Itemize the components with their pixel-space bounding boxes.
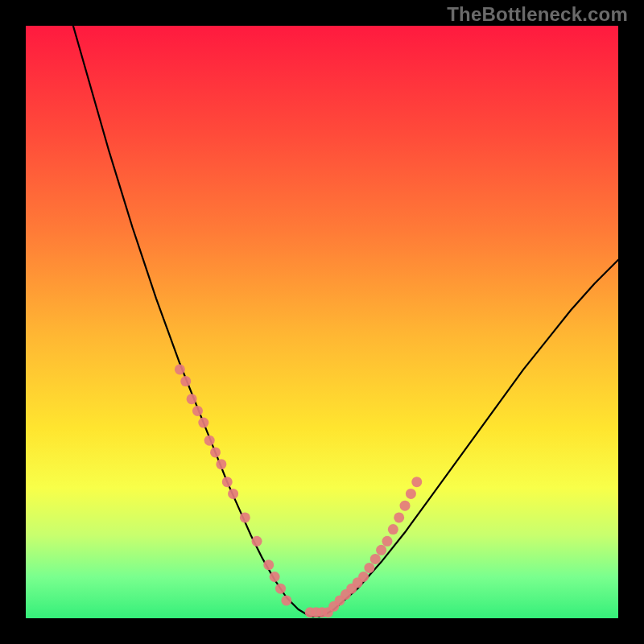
- svg-point-15: [281, 595, 291, 605]
- svg-point-1: [180, 376, 191, 386]
- curve-main: [73, 26, 618, 617]
- svg-point-34: [411, 477, 422, 487]
- svg-point-33: [406, 489, 416, 499]
- svg-point-3: [192, 406, 203, 416]
- svg-point-31: [394, 512, 404, 522]
- svg-point-29: [382, 536, 392, 547]
- svg-point-9: [228, 489, 238, 499]
- svg-point-10: [240, 512, 250, 522]
- chart-svg: [26, 26, 618, 618]
- svg-point-12: [263, 559, 274, 570]
- svg-point-27: [370, 554, 381, 564]
- svg-point-5: [204, 436, 215, 446]
- svg-point-32: [400, 501, 411, 511]
- dots-right: [305, 536, 393, 617]
- svg-point-4: [198, 418, 208, 428]
- svg-point-13: [270, 572, 280, 582]
- dots-right-upper: [388, 477, 422, 535]
- svg-point-11: [252, 536, 262, 547]
- plot-area: [26, 26, 618, 618]
- svg-point-25: [358, 572, 369, 582]
- svg-point-7: [216, 459, 226, 469]
- svg-point-28: [376, 545, 386, 555]
- attribution-text: TheBottleneck.com: [447, 3, 628, 26]
- chart-frame: TheBottleneck.com: [0, 0, 644, 644]
- svg-point-6: [210, 447, 221, 457]
- svg-point-30: [388, 524, 398, 535]
- svg-point-2: [187, 394, 197, 404]
- svg-point-0: [175, 364, 185, 374]
- svg-point-26: [364, 563, 374, 573]
- svg-point-14: [275, 584, 286, 594]
- svg-point-8: [222, 477, 233, 487]
- dots-left: [175, 364, 291, 605]
